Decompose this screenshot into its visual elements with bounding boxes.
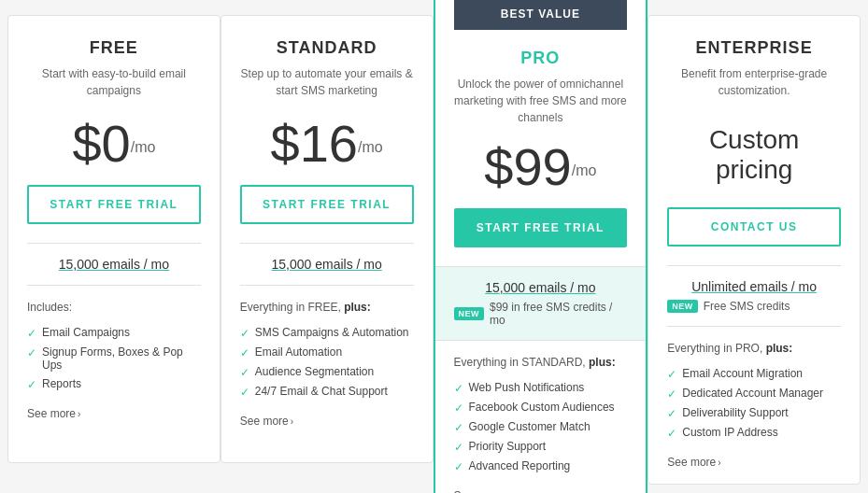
- pricing-container: FREEStart with easy-to-build email campa…: [7, 15, 861, 493]
- plan-name-enterprise: ENTERPRISE: [667, 38, 841, 58]
- feature-text-pro-4: Advanced Reporting: [469, 459, 571, 472]
- price-period-pro: /mo: [572, 162, 597, 178]
- plan-price-free: $0/mo: [27, 118, 201, 170]
- see-more-pro[interactable]: See more ›: [454, 489, 628, 493]
- includes-label-standard: Everything in FREE, plus:: [240, 301, 414, 314]
- custom-pricing-enterprise: Custom pricing: [667, 125, 841, 185]
- feature-item-free-0: ✓ Email Campaigns: [27, 323, 201, 343]
- check-icon-pro-2: ✓: [454, 421, 463, 434]
- emails-section-enterprise: Unlimited emails / mo NEW Free SMS credi…: [667, 265, 841, 327]
- plan-desc-pro: Unlock the power of omnichannel marketin…: [454, 76, 628, 126]
- feature-text-enterprise-3: Custom IP Address: [682, 426, 778, 439]
- emails-text-free: 15,000 emails / mo: [27, 257, 201, 272]
- cta-button-enterprise[interactable]: CONTACT US: [667, 207, 841, 246]
- feature-item-standard-1: ✓ Email Automation: [240, 343, 414, 362]
- see-more-free[interactable]: See more ›: [27, 407, 201, 420]
- cta-button-pro[interactable]: START FREE TRIAL: [454, 208, 628, 247]
- check-icon-free-0: ✓: [27, 327, 36, 340]
- feature-text-standard-3: 24/7 Email & Chat Support: [255, 385, 388, 398]
- feature-item-enterprise-3: ✓ Custom IP Address: [667, 423, 841, 443]
- see-more-label-free: See more: [27, 407, 76, 420]
- feature-text-free-2: Reports: [42, 377, 81, 390]
- cta-button-free[interactable]: START FREE TRIAL: [27, 185, 201, 224]
- feature-item-enterprise-0: ✓ Email Account Migration: [667, 364, 841, 384]
- includes-label-free: Includes:: [27, 301, 201, 314]
- feature-text-enterprise-2: Deliverability Support: [682, 406, 788, 419]
- feature-list-pro: ✓ Web Push Notifications ✓ Facebook Cust…: [454, 378, 628, 476]
- see-more-standard[interactable]: See more ›: [240, 415, 414, 428]
- new-badge-pro: NEW: [454, 307, 485, 320]
- check-icon-free-2: ✓: [27, 378, 36, 391]
- feature-text-standard-2: Audience Segmentation: [255, 365, 374, 378]
- feature-item-pro-3: ✓ Priority Support: [454, 437, 628, 457]
- check-icon-standard-3: ✓: [240, 386, 249, 399]
- feature-item-pro-0: ✓ Web Push Notifications: [454, 378, 628, 398]
- check-icon-standard-1: ✓: [240, 346, 249, 359]
- sms-row-enterprise: NEW Free SMS credits: [667, 300, 841, 313]
- feature-text-enterprise-0: Email Account Migration: [682, 367, 803, 380]
- feature-text-free-1: Signup Forms, Boxes & Pop Ups: [42, 345, 201, 372]
- plan-name-standard: STANDARD: [240, 38, 414, 58]
- see-more-label-enterprise: See more: [667, 456, 716, 469]
- feature-item-standard-0: ✓ SMS Campaigns & Automation: [240, 323, 414, 343]
- emails-section-standard: 15,000 emails / mo: [240, 243, 414, 286]
- emails-section-pro: 15,000 emails / mo NEW $99 in free SMS c…: [435, 266, 647, 341]
- see-more-enterprise[interactable]: See more ›: [667, 456, 841, 469]
- plan-price-pro: $99/mo: [454, 141, 628, 193]
- feature-text-enterprise-1: Dedicated Account Manager: [682, 387, 823, 400]
- see-more-label-pro: See more: [454, 489, 503, 493]
- plan-desc-enterprise: Benefit from enterprise-grade customizat…: [667, 65, 841, 103]
- feature-text-standard-1: Email Automation: [255, 345, 342, 359]
- includes-label-pro: Everything in STANDARD, plus:: [454, 356, 628, 369]
- plan-card-standard: STANDARDStep up to automate your emails …: [221, 15, 434, 463]
- sms-row-pro: NEW $99 in free SMS credits / mo: [454, 301, 628, 327]
- check-icon-enterprise-0: ✓: [667, 368, 676, 381]
- check-icon-pro-4: ✓: [454, 460, 463, 473]
- see-more-arrow-free: ›: [78, 409, 80, 419]
- feature-item-free-1: ✓ Signup Forms, Boxes & Pop Ups: [27, 343, 201, 374]
- plan-price-standard: $16/mo: [240, 118, 414, 170]
- feature-text-pro-3: Priority Support: [469, 440, 547, 453]
- price-amount-pro: $99: [484, 137, 571, 196]
- emails-text-enterprise: Unlimited emails / mo: [667, 279, 841, 294]
- see-more-label-standard: See more: [240, 415, 289, 428]
- best-value-badge: BEST VALUE: [454, 0, 628, 30]
- emails-section-free: 15,000 emails / mo: [27, 243, 201, 286]
- emails-text-standard: 15,000 emails / mo: [240, 257, 414, 272]
- check-icon-enterprise-3: ✓: [667, 427, 676, 440]
- check-icon-enterprise-2: ✓: [667, 407, 676, 420]
- check-icon-pro-0: ✓: [454, 382, 463, 395]
- price-amount-standard: $16: [271, 114, 358, 173]
- feature-text-pro-1: Facebook Custom Audiences: [469, 401, 615, 414]
- plan-desc-free: Start with easy-to-build email campaigns: [27, 65, 201, 103]
- feature-item-standard-2: ✓ Audience Segmentation: [240, 362, 414, 382]
- plan-card-pro: BEST VALUEPROUnlock the power of omnicha…: [434, 0, 648, 493]
- feature-item-free-2: ✓ Reports: [27, 374, 201, 394]
- check-icon-standard-0: ✓: [240, 327, 249, 340]
- cta-button-standard[interactable]: START FREE TRIAL: [240, 185, 414, 224]
- feature-item-pro-1: ✓ Facebook Custom Audiences: [454, 398, 628, 417]
- feature-text-pro-0: Web Push Notifications: [469, 381, 585, 394]
- feature-text-free-0: Email Campaigns: [42, 326, 130, 339]
- plan-name-pro: PRO: [454, 49, 628, 68]
- check-icon-enterprise-1: ✓: [667, 387, 676, 401]
- check-icon-pro-3: ✓: [454, 441, 463, 454]
- plan-card-enterprise: ENTERPRISEBenefit from enterprise-grade …: [647, 15, 861, 485]
- sms-text-enterprise: Free SMS credits: [704, 300, 790, 313]
- feature-item-standard-3: ✓ 24/7 Email & Chat Support: [240, 382, 414, 401]
- emails-text-pro: 15,000 emails / mo: [454, 280, 628, 295]
- check-icon-free-1: ✓: [27, 346, 36, 359]
- sms-text-pro: $99 in free SMS credits / mo: [490, 301, 627, 327]
- feature-item-pro-4: ✓ Advanced Reporting: [454, 457, 628, 476]
- plan-desc-standard: Step up to automate your emails & start …: [240, 65, 414, 103]
- see-more-arrow-standard: ›: [291, 416, 293, 427]
- feature-item-enterprise-1: ✓ Dedicated Account Manager: [667, 384, 841, 403]
- feature-list-free: ✓ Email Campaigns ✓ Signup Forms, Boxes …: [27, 323, 201, 394]
- see-more-arrow-enterprise: ›: [718, 458, 720, 468]
- feature-list-standard: ✓ SMS Campaigns & Automation ✓ Email Aut…: [240, 323, 414, 401]
- check-icon-pro-1: ✓: [454, 401, 463, 415]
- feature-list-enterprise: ✓ Email Account Migration ✓ Dedicated Ac…: [667, 364, 841, 443]
- feature-item-enterprise-2: ✓ Deliverability Support: [667, 403, 841, 423]
- check-icon-standard-2: ✓: [240, 366, 249, 379]
- feature-text-standard-0: SMS Campaigns & Automation: [255, 326, 409, 339]
